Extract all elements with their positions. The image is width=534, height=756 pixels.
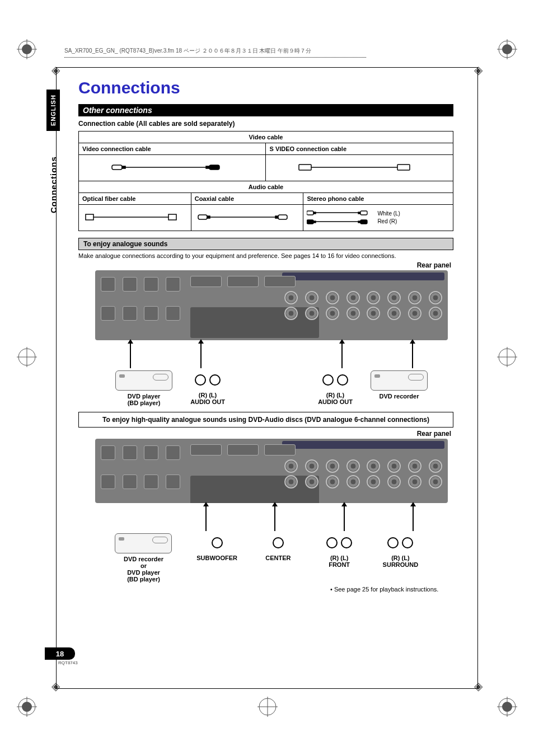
center-label: CENTER (247, 555, 308, 561)
language-tab: ENGLISH (46, 90, 60, 131)
analogue-text: Make analogue connections according to y… (78, 252, 453, 259)
arrow-down-icon (205, 505, 207, 531)
video-cable-header: Video cable (79, 132, 453, 143)
diagram-analogue: DVD player (BD player) (R) (L) AUDIO OUT… (95, 270, 448, 406)
svg-rect-29 (209, 165, 219, 170)
svg-rect-47 (313, 221, 316, 223)
svg-rect-33 (86, 214, 93, 220)
rear-panel-label: Rear panel (78, 261, 451, 269)
cable-note: Connection cable (All cables are sold se… (78, 120, 453, 128)
crop-mark-icon (17, 697, 37, 717)
surround-jacks-icon (386, 533, 414, 552)
diagram-6ch: DVD recorder or DVD player (BD player) S… (95, 439, 448, 583)
arrow-down-icon (200, 342, 202, 368)
dvd-player-device-icon (115, 370, 172, 391)
svg-rect-41 (307, 211, 313, 215)
phono-cable-icon: White (L) Red (R) (303, 205, 453, 231)
arrow-down-icon (413, 505, 414, 531)
video-connection-cable-label: Video connection cable (79, 143, 266, 155)
crop-mark-icon (17, 39, 37, 59)
page-number-badge: 18 (45, 647, 75, 660)
svg-rect-40 (278, 215, 287, 219)
svg-rect-37 (207, 216, 210, 218)
phono-white-label: White (L) (377, 210, 400, 218)
svg-rect-46 (307, 220, 313, 224)
arrow-down-icon (341, 342, 343, 368)
dvd-recorder-label: DVD recorder (367, 393, 431, 400)
audio-out-l-label: (R) (L) AUDIO OUT (176, 392, 240, 405)
phono-red-label: Red (R) (377, 218, 400, 226)
coaxial-cable-label: Coaxial cable (191, 193, 303, 205)
arrow-down-icon (344, 505, 345, 531)
rear-panel-illustration (95, 270, 448, 340)
coaxial-cable-icon (191, 205, 303, 231)
subheading-other-connections: Other connections (78, 104, 453, 116)
svideo-connection-cable-label: S VIDEO connection cable (266, 143, 453, 155)
crop-mark-icon (17, 347, 37, 367)
svg-rect-32 (397, 165, 410, 170)
svideo-cable-icon (266, 155, 453, 181)
crop-mark-icon (497, 347, 517, 367)
crop-mark-icon (257, 697, 278, 717)
surround-label: (R) (L) SURROUND (370, 555, 431, 568)
rear-panel-illustration (95, 439, 448, 503)
front-label: (R) (L) FRONT (309, 555, 370, 568)
device-multi-label: DVD recorder or DVD player (BD player) (101, 556, 186, 583)
callout-6ch: To enjoy high-quality analogue sounds us… (78, 412, 453, 428)
audio-out-jacks-icon (194, 370, 222, 389)
svg-rect-30 (299, 165, 311, 170)
svg-rect-42 (313, 212, 316, 214)
sub-jack-icon (203, 533, 231, 552)
page-title: Connections (78, 78, 453, 97)
footnote: • See page 25 for playback instructions. (330, 586, 453, 593)
optical-cable-icon (79, 205, 191, 231)
center-jack-icon (264, 533, 292, 552)
analogue-bar: To enjoy analogue sounds (78, 238, 453, 250)
audio-cable-header: Audio cable (79, 181, 453, 193)
rear-panel-label-2: Rear panel (78, 430, 451, 438)
svg-rect-45 (360, 211, 367, 215)
svg-rect-28 (206, 166, 209, 168)
arrow-down-icon (412, 342, 413, 368)
arrow-down-icon (274, 505, 275, 531)
dvd-player-label: DVD player (BD player) (112, 393, 176, 406)
svg-rect-26 (122, 166, 125, 168)
page-code: RQT8743 (58, 660, 78, 665)
subwoofer-label: SUBWOOFER (186, 555, 247, 561)
svg-rect-36 (198, 215, 207, 219)
crop-mark-icon (497, 39, 517, 59)
cable-table: Video cable Video connection cable S VID… (78, 131, 453, 231)
page-header: SA_XR700_EG_GN_ (RQT8743_B)ver.3.fm 18 ペ… (64, 45, 366, 58)
optical-cable-label: Optical fiber cable (79, 193, 191, 205)
device-icon (115, 533, 172, 553)
svg-rect-50 (360, 220, 367, 224)
arrow-down-icon (130, 342, 131, 368)
side-section-label: Connections (46, 145, 60, 224)
phono-cable-label: Stereo phono cable (303, 193, 453, 205)
svg-rect-25 (112, 165, 122, 170)
video-cable-icon (79, 155, 266, 181)
front-jacks-icon (325, 533, 353, 552)
audio-out-jacks-icon (321, 370, 349, 389)
crop-mark-icon (497, 697, 517, 717)
svg-rect-35 (168, 214, 176, 220)
dvd-recorder-device-icon (371, 370, 428, 391)
audio-out-r-label: (R) (L) AUDIO OUT (303, 392, 367, 405)
